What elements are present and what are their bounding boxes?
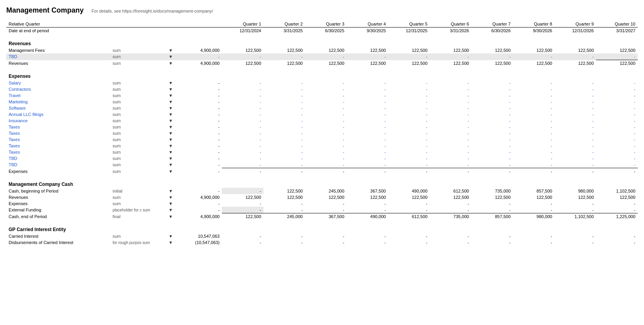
taxes4-row: Taxes sum ▼ - - - - - - - - - - - (6, 143, 638, 149)
disbursements-ci-label: Disbursements of Carried Interest (6, 239, 110, 246)
cash-bop-row: Cash, beginning of Period initial ▼ - - … (6, 188, 638, 194)
expenses-cash-label: Expenses (6, 200, 110, 207)
date-q6: 3/31/2026 (430, 28, 472, 34)
header-row: Relative Quarter Quarter 1 Quarter 2 Qua… (6, 21, 638, 28)
salary-row: Salary sum ▼ - - - - - - - - - - - (6, 80, 638, 86)
col-q6: Quarter 6 (430, 21, 472, 28)
annual-llc-label[interactable]: Annual LLC filings (6, 111, 110, 118)
spacer-revenues (6, 34, 638, 37)
external-funding-label: External Funding (6, 207, 110, 213)
col-arrow-header (166, 21, 175, 28)
mf-q5: 122,500 (388, 47, 430, 53)
col-total-header (175, 21, 222, 28)
col-q3: Quarter 3 (305, 21, 347, 28)
revenues-total-row: Revenues sum ▼ 4,900,000 122,500 122,500… (6, 60, 638, 67)
dates-row: Date at end of period 12/31/2024 3/31/20… (6, 28, 638, 34)
software-label[interactable]: Software (6, 105, 110, 111)
revenues-cash-row: Revenues sum ▼ 4,900,000 122,500 122,500… (6, 194, 638, 200)
col-q9: Quarter 9 (554, 21, 596, 28)
col-q7: Quarter 7 (471, 21, 513, 28)
page-title: Management Company (6, 6, 84, 15)
mf-q6: 122,500 (430, 47, 472, 53)
tbd-revenue-label[interactable]: TBD (6, 53, 110, 60)
date-q7: 6/30/2026 (471, 28, 513, 34)
tbd-revenue-arrow[interactable]: ▼ (166, 53, 175, 60)
expenses-cash-row: Expenses sum ▼ - - - - - - - - - - - (6, 200, 638, 207)
col-q5: Quarter 5 (388, 21, 430, 28)
date-q9: 12/31/2026 (554, 28, 596, 34)
mf-q4: 122,500 (347, 47, 388, 53)
mf-q7: 122,500 (471, 47, 513, 53)
travel-row: Travel sum ▼ - - - - - - - - - - - (6, 92, 638, 99)
taxes4-label[interactable]: Taxes (6, 143, 110, 149)
tbd-revenue-total: - (175, 53, 222, 60)
revenues-total-arrow[interactable]: ▼ (166, 60, 175, 67)
carried-interest-label: Carried Interest (6, 233, 110, 239)
date-end-label: Date at end of period (6, 28, 110, 34)
taxes5-label[interactable]: Taxes (6, 149, 110, 155)
taxes2-label[interactable]: Taxes (6, 130, 110, 136)
management-fees-total: 4,900,000 (175, 47, 222, 53)
cash-eop-row: Cash, end of Period final ▼ 4,900,000 12… (6, 213, 638, 220)
insurance-row: Insurance sum ▼ - - - - - - - - - - - (6, 118, 638, 124)
travel-label[interactable]: Travel (6, 92, 110, 99)
mf-q1: 122,500 (222, 47, 263, 53)
marketing-label[interactable]: Marketing (6, 99, 110, 105)
date-q4: 9/30/2025 (347, 28, 388, 34)
expenses-section-header: Expenses (6, 70, 638, 80)
external-funding-row: External Funding placeholder for c sum ▼… (6, 207, 638, 213)
spacer-expenses (6, 66, 638, 70)
tbd-exp1-label[interactable]: TBD (6, 155, 110, 162)
spacer-gp (6, 220, 638, 223)
annual-llc-row: Annual LLC filings sum ▼ - - - - - - - -… (6, 111, 638, 118)
mf-q10: 122,500 (596, 47, 638, 53)
revenues-total-label: Revenues (6, 60, 110, 67)
revenues-total-total: 4,900,000 (175, 60, 222, 67)
tbd-exp1-row: TBD sum ▼ - - - - - - - - - - - (6, 155, 638, 162)
date-q8: 9/30/2026 (513, 28, 554, 34)
contractors-row: Contractors sum ▼ - - - - - - - - - - - (6, 86, 638, 92)
marketing-row: Marketing sum ▼ - - - - - - - - - - - (6, 99, 638, 105)
salary-label[interactable]: Salary (6, 80, 110, 86)
date-q2: 3/31/2025 (263, 28, 305, 34)
col-q2: Quarter 2 (263, 21, 305, 28)
col-q4: Quarter 4 (347, 21, 388, 28)
carried-interest-row: Carried Interest sum ▼ 10,547,063 - - - … (6, 233, 638, 239)
tbd-revenue-type: sum (110, 53, 166, 60)
date-q10: 3/31/2027 (596, 28, 638, 34)
cash-eop-label: Cash, end of Period (6, 213, 110, 220)
col-q1: Quarter 1 (222, 21, 263, 28)
page-header: Management Company For details, see http… (6, 6, 638, 15)
taxes3-row: Taxes sum ▼ - - - - - - - - - - - (6, 136, 638, 143)
management-fees-arrow[interactable]: ▼ (166, 47, 175, 53)
mf-q9: 122,500 (554, 47, 596, 53)
mgmt-cash-section-header: Management Company Cash (6, 178, 638, 188)
tbd-exp2-row: TBD sum ▼ - - - - - - - - - - - (6, 162, 638, 168)
col-relative-quarter: Relative Quarter (6, 21, 110, 28)
mf-q3: 122,500 (305, 47, 347, 53)
taxes3-label[interactable]: Taxes (6, 136, 110, 143)
taxes5-row: Taxes sum ▼ - - - - - - - - - - - (6, 149, 638, 155)
expenses-total-row: Expenses sum ▼ - - - - - - - - - - - (6, 168, 638, 175)
expenses-total-label: Expenses (6, 168, 110, 175)
salary-type: sum (110, 80, 166, 86)
main-table: Relative Quarter Quarter 1 Quarter 2 Qua… (6, 21, 638, 246)
gp-section-header: GP Carried Interest Entity (6, 223, 638, 233)
taxes2-row: Taxes sum ▼ - - - - - - - - - - - (6, 130, 638, 136)
disbursements-ci-row: Disbursements of Carried Interest for ro… (6, 239, 638, 246)
revenues-cash-label: Revenues (6, 194, 110, 200)
management-fees-row: Management Fees sum ▼ 4,900,000 122,500 … (6, 47, 638, 53)
page-subtitle: For details, see https://foresight.is/do… (91, 9, 213, 13)
insurance-label[interactable]: Insurance (6, 118, 110, 124)
date-q3: 6/30/2025 (305, 28, 347, 34)
mf-q8: 122,500 (513, 47, 554, 53)
date-q1: 12/31/2024 (222, 28, 263, 34)
spacer-mgmt-cash (6, 174, 638, 178)
management-fees-label: Management Fees (6, 47, 110, 53)
tbd-exp2-label[interactable]: TBD (6, 162, 110, 168)
taxes1-label[interactable]: Taxes (6, 124, 110, 130)
taxes1-row: Taxes sum ▼ - - - - - - - - - - - (6, 124, 638, 130)
col-type-header (110, 21, 166, 28)
revenues-total-type: sum (110, 60, 166, 67)
contractors-label[interactable]: Contractors (6, 86, 110, 92)
